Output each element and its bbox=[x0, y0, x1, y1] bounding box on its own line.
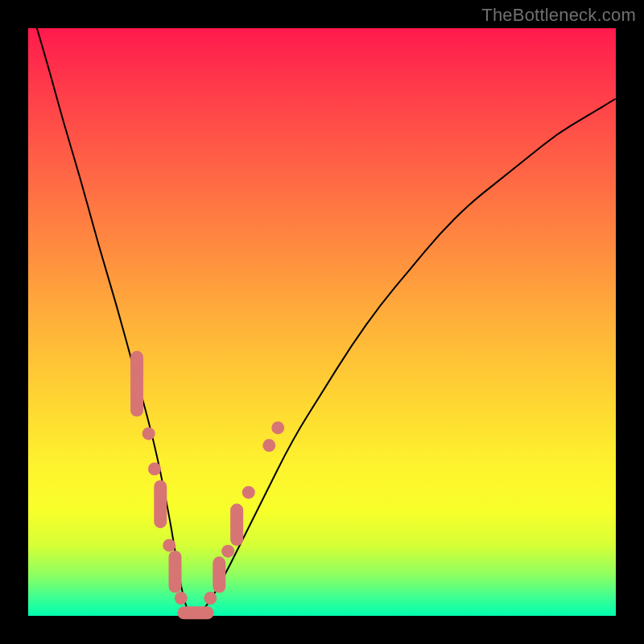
marker-pill bbox=[130, 351, 143, 417]
marker-dot bbox=[221, 545, 234, 558]
marker-dot bbox=[271, 421, 284, 434]
marker-dot bbox=[242, 486, 255, 499]
chart-frame: TheBottleneck.com bbox=[0, 0, 644, 644]
marker-pill bbox=[230, 504, 243, 547]
bottleneck-curve bbox=[28, 0, 616, 614]
marker-pill bbox=[169, 551, 182, 593]
marker-pill bbox=[154, 480, 167, 528]
chart-plot-area bbox=[28, 28, 616, 616]
bottleneck-curve-svg bbox=[28, 28, 616, 616]
marker-dot bbox=[148, 463, 161, 476]
marker-dot bbox=[204, 592, 217, 605]
watermark-text: TheBottleneck.com bbox=[481, 5, 636, 26]
marker-dot bbox=[163, 539, 175, 551]
marker-pill bbox=[213, 556, 225, 592]
marker-dot bbox=[175, 592, 188, 605]
curve-markers bbox=[130, 351, 284, 620]
marker-pill bbox=[177, 606, 213, 619]
marker-dot bbox=[262, 439, 275, 452]
marker-dot bbox=[142, 427, 155, 440]
